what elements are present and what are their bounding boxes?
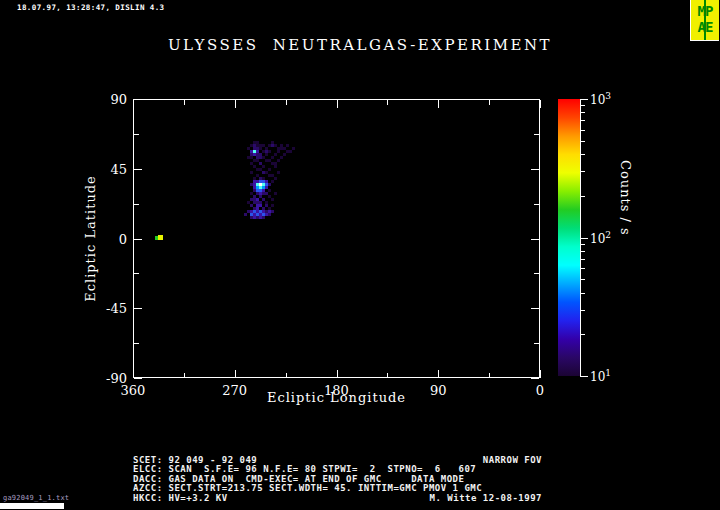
logo-text-top: MP bbox=[691, 4, 719, 18]
timestamp-label: 18.07.97, 13:28:47, DISLIN 4.3 bbox=[17, 3, 164, 12]
colorbar-minor-tick bbox=[581, 268, 585, 269]
x-major-tick bbox=[540, 370, 541, 378]
colorbar-minor-tick bbox=[581, 279, 585, 280]
colorbar-minor-tick bbox=[581, 244, 585, 245]
colorbar-minor-tick bbox=[581, 196, 585, 197]
telemetry-footer-block: SCET: 92 049 - 92 049NARROW FOVELCC: SCA… bbox=[133, 456, 542, 503]
colorbar-tick-label: 103 bbox=[590, 91, 611, 107]
colorbar-minor-tick bbox=[581, 154, 585, 155]
y-tick-label: 45 bbox=[93, 162, 127, 177]
colorbar-minor-tick bbox=[581, 120, 585, 121]
colorbar-minor-tick bbox=[581, 130, 585, 131]
colorbar-minor-tick bbox=[581, 293, 585, 294]
colorbar-minor-tick bbox=[581, 334, 585, 335]
plot-filename-label: ga92049_1_1.txt bbox=[3, 494, 69, 502]
y-tick-label: 0 bbox=[93, 232, 127, 247]
gas-display-screen: 18.07.97, 13:28:47, DISLIN 4.3 MP AE ULY… bbox=[0, 0, 720, 510]
y-tick-label: -45 bbox=[93, 301, 127, 316]
colorbar-minor-tick bbox=[581, 171, 585, 172]
x-axis-title: Ecliptic Longitude bbox=[133, 390, 540, 405]
footer-line: HKCC: HV=+3.2 KVM. Witte 12-08-1997 bbox=[133, 494, 542, 503]
colorbar-minor-tick bbox=[581, 251, 585, 252]
colorbar-axis-line bbox=[580, 99, 581, 377]
y-major-tick bbox=[134, 378, 142, 379]
colorbar-major-tick bbox=[581, 99, 588, 100]
logo-text-bottom: AE bbox=[691, 20, 719, 34]
colorbar-tick-label: 102 bbox=[590, 230, 611, 246]
colorbar-minor-tick bbox=[581, 112, 585, 113]
y-tick-label: -90 bbox=[93, 371, 127, 386]
y-tick-label: 90 bbox=[93, 92, 127, 107]
y-axis-title: Ecliptic Latitude bbox=[83, 169, 98, 309]
footer-line-right: M. Witte 12-08-1997 bbox=[430, 494, 542, 503]
x-major-tick bbox=[540, 100, 541, 108]
colorbar-minor-tick bbox=[581, 105, 585, 106]
footer-line-left: HKCC: HV=+3.2 KV bbox=[133, 494, 228, 503]
colorbar-minor-tick bbox=[581, 259, 585, 260]
colorbar-major-tick bbox=[581, 376, 588, 377]
colorbar-minor-tick bbox=[581, 141, 585, 142]
mpae-logo: MP AE bbox=[690, 0, 719, 41]
page-title: ULYSSES NEUTRALGAS-EXPERIMENT bbox=[0, 36, 720, 54]
colorbar-title: Counts / s bbox=[618, 160, 633, 320]
colorbar-major-tick bbox=[581, 238, 588, 239]
footer-white-bar bbox=[0, 503, 64, 509]
sky-map-plot-frame bbox=[133, 99, 540, 378]
colorbar-tick-label: 101 bbox=[590, 368, 611, 384]
colorbar bbox=[558, 99, 580, 376]
colorbar-minor-tick bbox=[581, 310, 585, 311]
y-major-tick bbox=[531, 378, 539, 379]
footer-line-right: NARROW FOV bbox=[483, 456, 542, 465]
